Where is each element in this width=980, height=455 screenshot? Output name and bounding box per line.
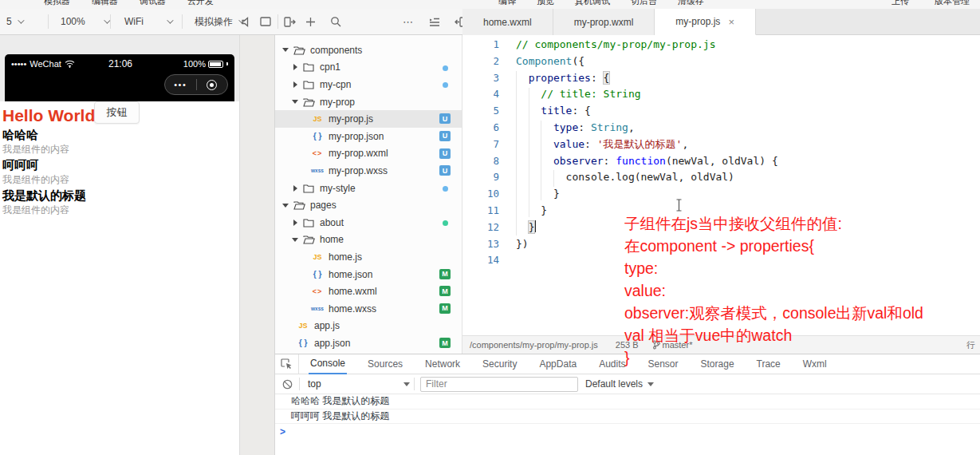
tab-my-prop.js[interactable]: my-prop.js× [655,9,756,35]
tree-item-components[interactable]: components [275,42,462,59]
debugger-tab-trace[interactable]: Trace [755,354,782,374]
search-icon[interactable] [329,14,343,29]
menu-item-编辑器[interactable]: 编辑器 [92,0,118,7]
menu-group-views[interactable]: 模拟器编辑器调试器云开发 [44,0,214,7]
collapse-arrow-icon[interactable] [291,81,299,88]
code-token: : [591,72,604,84]
tree-item-label: my-prop.wxss [329,165,388,176]
menu-item-清缓存[interactable]: 清缓存 [678,0,704,7]
expand-arrow-icon[interactable] [281,48,289,52]
close-tab-icon[interactable]: × [728,16,734,28]
debugger-tab-security[interactable]: Security [481,354,518,374]
tree-item-my-style[interactable]: my-style [275,180,462,197]
outline-icon[interactable] [427,14,442,29]
code-token [516,88,541,100]
menu-item-版本管理[interactable]: 版本管理 [935,0,970,7]
console-prompt-row[interactable]: > [275,424,980,440]
log-levels-select[interactable]: Default levels [585,378,654,390]
line-number: 5 [462,103,499,120]
tree-item-my-cpn[interactable]: my-cpn [275,76,462,93]
capsule-more-button[interactable]: ••• [165,80,196,89]
detach-simulator-icon[interactable] [282,14,297,29]
expand-arrow-icon[interactable] [291,238,299,242]
code-editor[interactable]: 1// components/my-prop/my-prop.js2Compon… [462,35,980,335]
tree-item-cpn1[interactable]: cpn1 [275,59,462,77]
code-token [516,105,541,117]
simulate-action-label: 模拟操作 [195,15,233,29]
console-log-list: 哈哈哈 我是默认的标题呵呵呵 我是默认的标题> [275,394,980,440]
menu-item-上传[interactable]: 上传 [891,0,909,7]
tree-item-home.wxss[interactable]: wxsshome.wxssM [275,300,462,318]
git-branch-indicator[interactable]: master* [653,340,693,350]
filter-input[interactable] [420,377,578,392]
tab-my-prop.wxml[interactable]: my-prop.wxml [553,9,655,35]
debugger-tab-sensor[interactable]: Sensor [647,354,680,374]
collapse-arrow-icon[interactable] [291,220,299,226]
code-token: console.log(newVal, oldVal) [516,171,734,183]
tree-item-label: my-prop [320,97,355,108]
component-content: 我是组件的内容 [2,204,86,217]
zoom-select[interactable]: 100% [61,9,108,34]
menu-item-调试器[interactable]: 调试器 [140,0,166,7]
tree-item-app.json[interactable]: { }app.jsonM [275,334,462,352]
plus-icon[interactable] [303,14,317,29]
debugger-tabbar: ConsoleSourcesNetworkSecurityAppDataAudi… [275,354,980,374]
component-instance: 哈哈哈我是组件的内容 [2,127,86,156]
menu-item-真机调试[interactable]: 真机调试 [575,0,610,7]
code-line-5: 5 title: { [462,103,980,120]
debugger-tab-network[interactable]: Network [423,354,462,374]
network-select[interactable]: WiFi [124,9,171,34]
float-window-icon[interactable] [258,14,273,29]
tree-item-my-prop[interactable]: my-prop [275,93,462,111]
inspect-element-icon[interactable] [275,354,299,374]
tab-home.wxml[interactable]: home.wxml [462,9,553,35]
menu-group-actions[interactable]: 编译预览真机调试切后台清缓存 [498,0,704,7]
debugger-tab-sources[interactable]: Sources [366,354,404,374]
tree-item-my-prop.wxss[interactable]: wxssmy-prop.wxssU [275,162,462,180]
more-options-icon[interactable]: ⋯ [401,14,415,29]
tree-item-about[interactable]: about [275,214,462,231]
debugger-tab-appdata[interactable]: AppData [537,354,578,374]
tree-item-home.js[interactable]: JShome.js [275,248,462,266]
folder-icon [301,80,316,89]
code-line-11: 11 } [462,203,980,220]
tree-item-home.wxml[interactable]: <>home.wxmlM [275,283,462,300]
debugger-tab-storage[interactable]: Storage [699,354,736,374]
capsule-home-button[interactable] [197,80,228,90]
clear-console-icon[interactable] [275,379,299,390]
tree-item-pages[interactable]: pages [275,196,462,214]
collapse-arrow-icon[interactable] [291,64,299,70]
tree-item-app.js[interactable]: JSapp.js [275,318,462,335]
code-token: '我是默认的标题' [597,138,683,150]
volume-icon[interactable] [239,14,254,29]
expand-arrow-icon[interactable] [281,204,289,208]
menu-item-云开发[interactable]: 云开发 [187,0,214,7]
json-icon: { } [310,132,325,140]
menu-item-模拟器[interactable]: 模拟器 [44,0,70,7]
tree-item-my-prop.js[interactable]: JSmy-prop.jsU [275,110,462,128]
collapse-arrow-icon[interactable] [291,185,299,192]
menu-item-编译[interactable]: 编译 [498,0,516,7]
component-instance: 我是默认的标题我是组件的内容 [2,188,86,217]
context-select[interactable]: top [308,378,410,390]
menu-item-切后台[interactable]: 切后台 [631,0,657,7]
component-title: 我是默认的标题 [2,188,86,204]
debugger-tab-audits[interactable]: Audits [597,354,627,374]
tree-item-home[interactable]: home [275,231,462,249]
tree-item-my-prop.json[interactable]: { }my-prop.jsonU [275,128,462,145]
expand-arrow-icon[interactable] [291,100,299,104]
device-select[interactable]: 5 [6,9,22,34]
status-dot [443,65,448,71]
code-line-13: 13}) [462,236,980,253]
page-button[interactable]: 按钮 [94,101,140,124]
tree-item-my-prop.wxml[interactable]: <>my-prop.wxmlU [275,145,462,163]
debugger-tab-wxml[interactable]: Wxml [801,354,828,374]
menu-group-upload[interactable]: 上传版本管理 [891,0,970,7]
tree-item-label: home.wxss [329,303,376,315]
tree-item-home.json[interactable]: { }home.jsonM [275,266,462,283]
simulate-action-select[interactable]: 模拟操作 [195,9,243,34]
cursor-position-label: 行 [966,339,975,351]
menu-item-预览[interactable]: 预览 [537,0,554,7]
zoom-select-label: 100% [61,16,85,27]
debugger-tab-console[interactable]: Console [309,354,347,374]
